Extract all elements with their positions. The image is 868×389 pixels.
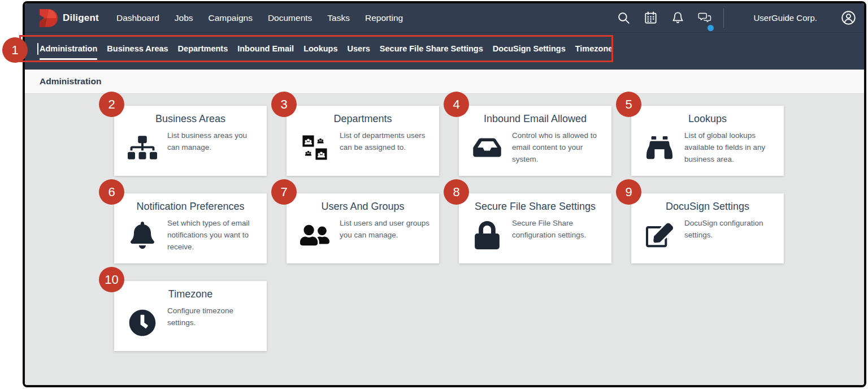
annotation-badge-9: 9 — [616, 179, 641, 205]
card-timezone[interactable]: 10 Timezone Configure timezone settings. — [114, 281, 267, 351]
card-description: Control who is allowed to email content … — [512, 129, 602, 165]
binoculars-icon — [641, 129, 678, 166]
card-description: DocuSign configuration settings. — [684, 217, 775, 241]
navbar-divider — [723, 8, 724, 28]
annotation-badge-6: 6 — [99, 179, 124, 205]
card-title: Timezone — [114, 288, 267, 300]
navbar-right: UserGuide Corp. — [604, 8, 856, 28]
annotation-badge-7: 7 — [271, 179, 297, 205]
card-title: Lookups — [631, 113, 784, 125]
sitemap-icon — [124, 129, 160, 166]
card-secure-file-share-settings[interactable]: 8 Secure File Share Settings Secure File… — [459, 193, 611, 263]
card-title: Departments — [287, 113, 439, 125]
bell-icon — [124, 217, 160, 253]
users-icon — [297, 217, 333, 253]
card-description: Configure timezone settings. — [167, 305, 258, 329]
calendar-icon[interactable] — [644, 11, 658, 25]
top-navbar: Diligent Dashboard Jobs Campaigns Docume… — [25, 3, 864, 32]
messages-chat-icon[interactable] — [698, 11, 712, 25]
card-notification-preferences[interactable]: 6 Notification Preferences Set which typ… — [114, 193, 267, 263]
screenshot-canvas: { "brand": { "name": "Diligent", "logo_i… — [0, 0, 868, 389]
main-menu: Dashboard Jobs Campaigns Documents Tasks… — [116, 13, 403, 23]
card-description: List users and user groups you can manag… — [340, 217, 430, 241]
card-description: List of departments users can be assigne… — [340, 129, 430, 153]
card-title: Notification Preferences — [114, 201, 267, 213]
edit-icon — [641, 217, 678, 253]
page-title: Administration — [40, 76, 101, 87]
tab-business-areas[interactable]: Business Areas — [107, 44, 168, 53]
card-title: Business Areas — [114, 113, 267, 125]
annotation-badge-10: 10 — [99, 267, 124, 292]
clock-icon — [124, 305, 160, 341]
card-description: List business areas you can manage. — [167, 129, 258, 153]
notifications-bell-icon[interactable] — [671, 11, 685, 25]
nav-item-tasks[interactable]: Tasks — [327, 13, 350, 23]
departments-grid-icon — [297, 129, 333, 166]
card-title: Inbound Email Allowed — [459, 113, 611, 125]
tab-inbound-email[interactable]: Inbound Email — [237, 44, 294, 53]
lock-icon — [469, 217, 505, 253]
card-title: Secure File Share Settings — [459, 201, 611, 213]
annotation-badge-4: 4 — [444, 92, 469, 117]
card-departments[interactable]: 3 Departments — [287, 106, 439, 176]
annotation-badge-8: 8 — [444, 179, 469, 205]
admin-tabbar: Administration Business Areas Department… — [25, 32, 864, 70]
content-area: 2 Business Areas List business areas you… — [25, 94, 864, 385]
annotation-badge-3: 3 — [271, 92, 297, 117]
org-name: UserGuide Corp. — [753, 13, 817, 23]
card-title: DocuSign Settings — [631, 201, 784, 213]
nav-item-dashboard[interactable]: Dashboard — [116, 13, 159, 23]
card-business-areas[interactable]: 2 Business Areas List business areas you… — [114, 106, 267, 176]
tab-secure-file-share-settings[interactable]: Secure File Share Settings — [380, 44, 483, 53]
card-title: Users And Groups — [287, 201, 439, 213]
annotation-badge-5: 5 — [616, 92, 641, 117]
tab-lookups[interactable]: Lookups — [303, 44, 337, 53]
brand-name: Diligent — [63, 12, 99, 24]
search-icon[interactable] — [617, 11, 631, 25]
tab-docusign-settings[interactable]: DocuSign Settings — [493, 44, 566, 53]
tab-administration[interactable]: Administration — [40, 44, 97, 53]
inbox-icon — [469, 129, 505, 166]
tab-timezone[interactable]: Timezone — [575, 44, 613, 53]
card-description: Set which types of email notifications y… — [167, 217, 258, 253]
tab-departments[interactable]: Departments — [178, 44, 228, 53]
card-description: Secure File Share configuration settings… — [512, 217, 602, 241]
card-users-and-groups[interactable]: 7 Users And Groups List users and user g… — [287, 193, 439, 263]
account-icon[interactable] — [841, 10, 856, 25]
nav-item-campaigns[interactable]: Campaigns — [209, 13, 253, 23]
card-lookups[interactable]: 5 Lookups List of global lookups availab… — [631, 106, 784, 176]
card-docusign-settings[interactable]: 9 DocuSign Settings DocuSign configurati… — [631, 193, 784, 263]
notification-dot — [708, 25, 714, 31]
tab-users[interactable]: Users — [348, 44, 370, 53]
nav-item-reporting[interactable]: Reporting — [365, 13, 403, 23]
admin-card-grid: 2 Business Areas List business areas you… — [114, 106, 784, 351]
card-inbound-email-allowed[interactable]: 4 Inbound Email Allowed Control who is a… — [459, 106, 611, 176]
card-description: List of global lookups available to fiel… — [684, 129, 775, 165]
nav-item-jobs[interactable]: Jobs — [175, 13, 193, 23]
nav-item-documents[interactable]: Documents — [268, 13, 312, 23]
app-window: Diligent Dashboard Jobs Campaigns Docume… — [23, 1, 866, 387]
annotation-badge-1: 1 — [2, 37, 28, 63]
page-title-bar: Administration — [25, 70, 864, 94]
annotation-badge-2: 2 — [99, 92, 124, 117]
text-cursor — [37, 43, 38, 55]
diligent-gem-icon[interactable] — [36, 7, 58, 29]
